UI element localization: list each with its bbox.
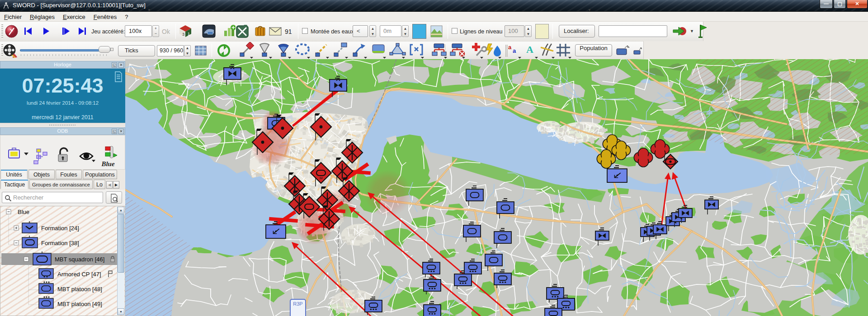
svg-text:3: 3: [182, 32, 184, 37]
svg-text:MBT platoon [48]: MBT platoon [48]: [57, 286, 102, 293]
svg-text:A: A: [526, 44, 533, 55]
svg-text:R3P: R3P: [293, 301, 302, 307]
svg-text:Blue: Blue: [18, 209, 29, 215]
svg-text:MBT squadron [46]: MBT squadron [46]: [55, 256, 104, 263]
svg-text:Armored CP [47]: Armored CP [47]: [57, 271, 101, 278]
svg-text:Formation [24]: Formation [24]: [41, 225, 79, 232]
svg-text:M: M: [320, 176, 323, 180]
svg-text:1: 1: [188, 32, 190, 36]
svg-text:a: a: [508, 44, 512, 51]
svg-text:Blue: Blue: [101, 160, 115, 167]
svg-text:MBT platoon [49]: MBT platoon [49]: [57, 301, 102, 307]
svg-text:a: a: [513, 47, 516, 54]
svg-text:Formation [38]: Formation [38]: [41, 240, 79, 246]
